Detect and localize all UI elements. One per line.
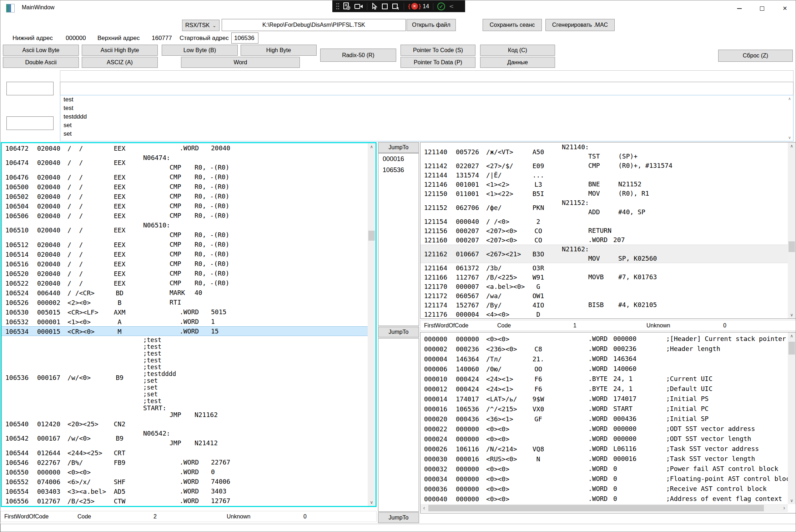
- scroll-thumb[interactable]: [789, 342, 795, 355]
- close-button[interactable]: ✕: [774, 0, 796, 16]
- asm-row[interactable]: 106550000000<0><0>.WORD0: [2, 467, 368, 477]
- asm-row[interactable]: 121160000207<207><0>CO.WORD207: [420, 235, 788, 245]
- asm-row[interactable]: 106506020040/ /EEXCMPR0, -(R0): [2, 211, 368, 220]
- asm-row[interactable]: 121176000004<4><0>D: [420, 310, 788, 318]
- asm-row[interactable]: 000020000436<36><1>GF.WORD000436;Initial…: [420, 414, 788, 424]
- format-select[interactable]: RSX/TSK ⌄: [182, 20, 220, 31]
- maximize-button[interactable]: [751, 0, 774, 16]
- asm-row[interactable]: 106472020040/ /EEX.WORD20040: [2, 143, 368, 153]
- asm-row[interactable]: 000032000000<0><0>.WORD0;Power fail AST …: [420, 464, 788, 474]
- asm-row[interactable]: 000036000000<0><0>.WORD0;Receive AST con…: [420, 484, 788, 494]
- asm-row[interactable]: 106504020040/ /EEXCMPR0, -(R0): [2, 201, 368, 211]
- jumpto-button-bottom[interactable]: JumpTo: [378, 512, 419, 523]
- asm-row[interactable]: 000022000000<0><0>.WORD000000;ODT SST ve…: [420, 424, 788, 434]
- jumpto-button-top[interactable]: JumpTo: [378, 142, 419, 153]
- region-icon[interactable]: [382, 3, 388, 10]
- asm-row[interactable]: 106532000001<1><0>A.WORD1: [2, 317, 368, 326]
- asm-row[interactable]: 121144131574/|Ё/...: [420, 170, 788, 180]
- asm-row[interactable]: 106560000000<0><0>N06560:: [2, 506, 368, 506]
- asm-row[interactable]: 106544012644<244><25>CRT: [2, 448, 368, 457]
- asm-row[interactable]: 121166112767/В/<225>W91MOVB#7, K01763: [420, 272, 788, 282]
- asm-row[interactable]: 106552074006<6>/x/SHF.WORD74006: [2, 477, 368, 486]
- asm-row[interactable]: 000024000000<0><0>.WORD000000;ODT SST ve…: [420, 434, 788, 444]
- asm-row[interactable]: 000000000000<0><0>.WORD000000;[Header] C…: [420, 334, 788, 344]
- asm-row[interactable]: 106554003403<3><a.bel>AD5.WORD3403: [2, 486, 368, 496]
- radix50-button[interactable]: Radix-50 (R): [320, 49, 396, 62]
- pointer-to-data-button[interactable]: Pointer To Data (P): [400, 57, 475, 68]
- asm-row[interactable]: 000010000424<24><1>F6.BYTE24, 1;Current …: [420, 374, 788, 384]
- asm-row[interactable]: 121172060567/wa/OW1: [420, 291, 788, 300]
- scroll-up-button[interactable]: ∧: [788, 332, 796, 340]
- asm-row[interactable]: 106526000002<2><0>BRTI: [2, 297, 368, 307]
- asm-row[interactable]: 000006140060/0ю/OO.WORD140060: [420, 364, 788, 374]
- note-line[interactable]: testdddd: [60, 112, 793, 121]
- scroll-down-button[interactable]: ∨: [368, 499, 376, 506]
- asm-row[interactable]: 106500020040/ /EEXCMPR0, -(R0): [2, 182, 368, 191]
- asm-row[interactable]: 000034000000<0><0>.WORD0;Floating-point …: [420, 474, 788, 484]
- asm-row[interactable]: 121170000007<a.bel><0>G: [420, 282, 788, 291]
- collapse-chevron-icon[interactable]: <: [449, 3, 454, 10]
- scroll-down-button[interactable]: ∨: [788, 497, 796, 504]
- asm-row[interactable]: 106556012767/B/<25>CTW.WORD12767: [2, 496, 368, 506]
- asm-row[interactable]: 000016106536/^/<215>VX0.WORDSTART;Initia…: [420, 404, 788, 414]
- asm-row[interactable]: 106536000167/w/<0>B9;test;test;test;test…: [2, 336, 368, 419]
- note-line[interactable]: test: [60, 95, 793, 104]
- data-button[interactable]: Данные: [480, 57, 555, 68]
- cursor-icon[interactable]: [371, 3, 378, 10]
- double-ascii-button[interactable]: Double Ascii: [3, 57, 79, 68]
- asm-row[interactable]: 000030000016<RUS><0>N.WORD000016;Task SS…: [420, 454, 788, 464]
- save-session-button[interactable]: Сохранить сеанс: [483, 19, 542, 31]
- right-bottom-scrollbar[interactable]: ∧ ∨: [788, 332, 796, 504]
- pointer-to-code-button[interactable]: Pointer To Code (S): [400, 45, 475, 56]
- asm-row[interactable]: 106524006440/ /<CR>BDMARK40: [2, 288, 368, 297]
- asm-row[interactable]: 121156000207<207><0>CORETURN: [420, 226, 788, 235]
- asm-row[interactable]: 106522020040/ /EEXCMPR0, -(R0): [2, 278, 368, 288]
- scroll-down-button[interactable]: ∨: [788, 311, 796, 318]
- asm-row[interactable]: 000002000236<236><0>C8.WORD000236;Header…: [420, 344, 788, 354]
- asm-row[interactable]: 106530005015<CR><LF>AXM.WORD5015: [2, 307, 368, 317]
- cursor-region-icon[interactable]: [392, 3, 400, 10]
- scroll-left-button[interactable]: ‹: [420, 504, 428, 512]
- note-line[interactable]: set: [60, 130, 793, 138]
- asm-row[interactable]: 000012000424<24><1>F6.BYTE24, 1;Default …: [420, 384, 788, 394]
- scroll-up-button[interactable]: ∧: [788, 142, 796, 150]
- asm-row[interactable]: 000026106116/N/<214>VQ8.WORDL06116;Task …: [420, 444, 788, 454]
- asm-row[interactable]: 106540012420<20><25>CN2: [2, 419, 368, 428]
- jumpto-button-middle[interactable]: JumpTo: [378, 327, 419, 337]
- note-line[interactable]: set: [60, 121, 793, 130]
- reset-button[interactable]: Сброс (Z): [718, 50, 793, 62]
- asm-row[interactable]: 106534000015<CR><0>M.WORD15: [2, 326, 368, 336]
- jump-target-item[interactable]: 106536: [378, 165, 419, 176]
- asm-row[interactable]: 106474020040/ /EEXN06474:CMPR0, -(R0): [2, 153, 368, 172]
- scroll-thumb[interactable]: [368, 231, 375, 241]
- asm-row[interactable]: 121152062706/фе/PKNN21152:ADD#40, SP: [420, 198, 788, 217]
- asm-row[interactable]: 106476020040/ /EEXCMPR0, -(R0): [2, 172, 368, 182]
- right-bottom-hscrollbar[interactable]: ‹ ›: [420, 504, 788, 512]
- scroll-down-icon[interactable]: ∨: [788, 135, 791, 140]
- confirm-icon[interactable]: ✓: [437, 2, 445, 10]
- left-panel-scrollbar[interactable]: ∧ ∨: [368, 143, 376, 506]
- capture-log-icon[interactable]: [343, 2, 351, 10]
- camera-icon[interactable]: [354, 4, 363, 9]
- asm-row[interactable]: 106516020040/ /EEXCMPR0, -(R0): [2, 259, 368, 268]
- asm-row[interactable]: 121162010667<267><21>B3ON21162:MOVSP, K0…: [420, 245, 788, 263]
- asm-row[interactable]: 106520020040/ /EEXCMPR0, -(R0): [2, 268, 368, 278]
- high-byte-button[interactable]: High Byte: [241, 45, 317, 56]
- asm-row[interactable]: 121150011001<1><22>B5IMOV(R0), R1: [420, 189, 788, 198]
- asciz-button[interactable]: ASCIZ (A): [82, 57, 158, 68]
- asm-row[interactable]: 000040000000<0><0>.WORD0;Address of even…: [420, 494, 788, 504]
- code-button[interactable]: Код (C): [480, 45, 555, 56]
- scroll-thumb[interactable]: [428, 505, 764, 511]
- asm-row[interactable]: 106546022767/B%/FB9.WORD22767: [2, 457, 368, 467]
- asm-row[interactable]: 121146001001<1><2>L3BNEN21152: [420, 180, 788, 189]
- note-line[interactable]: test: [60, 104, 793, 112]
- asm-row[interactable]: 106514020040/ /EEXCMPR0, -(R0): [2, 249, 368, 259]
- comment-preview-input[interactable]: [60, 70, 794, 82]
- minimize-button[interactable]: [728, 0, 751, 16]
- scroll-thumb[interactable]: [789, 241, 795, 252]
- scroll-up-icon[interactable]: ∧: [788, 96, 791, 101]
- asm-row[interactable]: 106512020040/ /EEXCMPR0, -(R0): [2, 240, 368, 249]
- ascii-high-byte-button[interactable]: Ascii High Byte: [82, 45, 158, 56]
- ascii-low-byte-button[interactable]: Ascii Low Byte: [3, 45, 79, 56]
- asm-row[interactable]: 106542000167/w/<0>B9N06542:JMPN21412: [2, 428, 368, 448]
